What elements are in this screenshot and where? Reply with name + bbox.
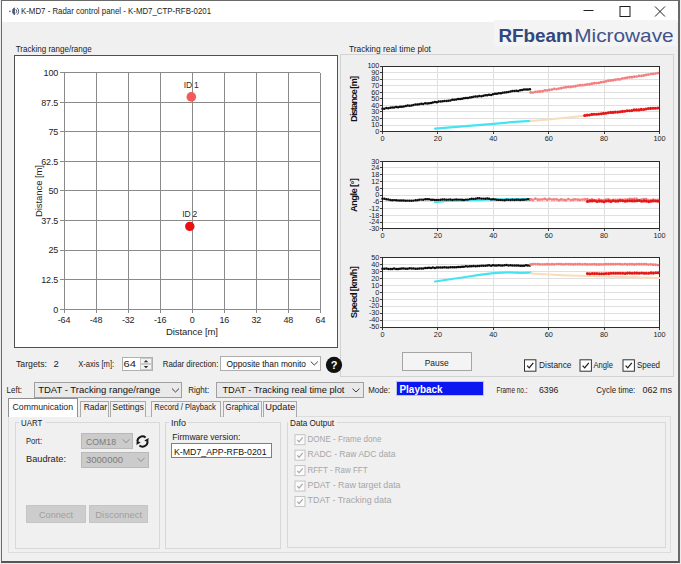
svg-text:Graphical: Graphical — [226, 401, 259, 412]
svg-text:RFFT - Raw FFT: RFFT - Raw FFT — [308, 464, 368, 475]
svg-text:Radar: Radar — [84, 401, 107, 412]
svg-text:Info: Info — [171, 417, 186, 428]
svg-text:Port:: Port: — [26, 435, 42, 446]
svg-text:X-axis [m]:: X-axis [m]: — [78, 358, 114, 369]
svg-text:TDAT - Tracking real time plot: TDAT - Tracking real time plot — [222, 384, 344, 395]
svg-text:TDAT - Tracking data: TDAT - Tracking data — [308, 494, 393, 505]
svg-text:2: 2 — [54, 358, 59, 369]
svg-text:Distance: Distance — [539, 359, 572, 370]
svg-text:Connect: Connect — [39, 509, 73, 520]
svg-text:Communication: Communication — [13, 401, 74, 412]
svg-text:Microwave: Microwave — [574, 25, 674, 46]
svg-text:3000000: 3000000 — [86, 454, 123, 465]
svg-text:Playback: Playback — [400, 384, 443, 395]
svg-text:Tracking range/range: Tracking range/range — [16, 43, 92, 54]
svg-text:Data Output: Data Output — [290, 417, 334, 428]
svg-text:6396: 6396 — [539, 384, 559, 395]
svg-text:Angle: Angle — [594, 359, 614, 370]
svg-text:Mode:: Mode: — [368, 384, 390, 395]
svg-text:Radar direction:: Radar direction: — [163, 358, 219, 369]
svg-text:Pause: Pause — [425, 357, 449, 368]
svg-text:COM18: COM18 — [86, 436, 116, 447]
svg-text:RADC - Raw ADC data: RADC - Raw ADC data — [308, 448, 397, 459]
svg-text:062 ms: 062 ms — [642, 384, 672, 395]
svg-text:Update: Update — [265, 401, 295, 412]
svg-text:Frame no.:: Frame no.: — [497, 384, 528, 395]
svg-text:Targets:: Targets: — [16, 358, 47, 369]
svg-text:Right:: Right: — [188, 384, 209, 395]
svg-text:Baudrate:: Baudrate: — [26, 453, 66, 464]
svg-text:PDAT - Raw target data: PDAT - Raw target data — [308, 479, 402, 490]
svg-text:Left:: Left: — [7, 384, 23, 395]
svg-text:RFbeam: RFbeam — [498, 25, 573, 46]
svg-text:TDAT - Tracking range/range: TDAT - Tracking range/range — [38, 384, 160, 395]
svg-text:K-MD7_APP-RFB-0201: K-MD7_APP-RFB-0201 — [174, 446, 267, 457]
svg-text:K-MD7 - Radar control panel -: K-MD7 - Radar control panel - K-MD7_CTP-… — [21, 5, 211, 16]
svg-text:?: ? — [331, 359, 338, 371]
svg-text:Firmware version:: Firmware version: — [172, 431, 240, 442]
svg-text:64: 64 — [124, 358, 137, 369]
svg-text:Cycle time:: Cycle time: — [596, 384, 635, 395]
svg-text:Tracking real time plot: Tracking real time plot — [349, 43, 431, 54]
svg-text:Opposite than monito: Opposite than monito — [227, 358, 307, 369]
svg-text:UART: UART — [21, 417, 42, 428]
svg-text:Settings: Settings — [112, 401, 144, 412]
svg-text:Disconnect: Disconnect — [95, 509, 142, 520]
svg-text:Speed: Speed — [637, 359, 660, 370]
svg-text:Record / Playback: Record / Playback — [154, 401, 216, 412]
svg-text:DONE - Frame done: DONE - Frame done — [308, 433, 382, 444]
